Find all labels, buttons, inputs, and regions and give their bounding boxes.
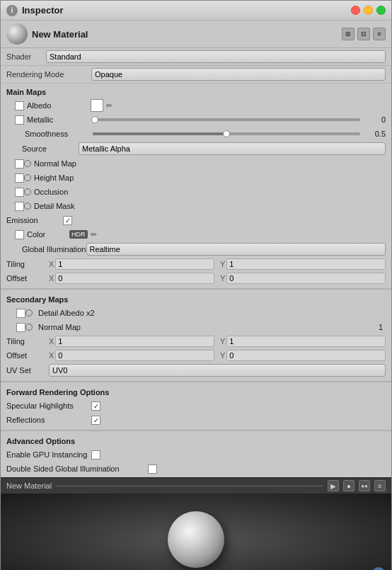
rendering-mode-row: Rendering Mode Opaque: [1, 66, 391, 84]
sec-offset-y-input[interactable]: [226, 350, 386, 361]
sec-offset-y-label: Y: [220, 351, 225, 360]
gi-dropdown[interactable]: Realtime: [86, 243, 386, 256]
sec-offset-x-label: X: [49, 351, 54, 360]
window-title: Inspector: [22, 5, 64, 16]
sec-tiling-y-label: Y: [220, 337, 225, 346]
offset-x-field: X Y: [49, 273, 386, 284]
double-sided-checkbox[interactable]: [148, 464, 157, 474]
preview-line: [56, 486, 323, 486]
albedo-preview[interactable]: [91, 99, 103, 112]
specular-row: Specular Highlights: [1, 399, 391, 413]
secondary-normal-label: Normal Map: [38, 323, 102, 331]
secondary-offset-row: Offset X Y: [1, 348, 391, 363]
source-dropdown[interactable]: Metallic Alpha: [79, 142, 386, 155]
offset-x-label: X: [49, 274, 54, 283]
info-corner-icon[interactable]: i: [371, 567, 386, 570]
secondary-maps-section: Secondary Maps Detail Albedo x2 Normal M…: [1, 291, 391, 380]
occlusion-checkbox[interactable]: [15, 188, 24, 197]
offset-x-input[interactable]: [55, 273, 214, 284]
title-bar-left: i Inspector: [6, 5, 64, 16]
rendering-mode-dropdown[interactable]: Opaque: [91, 68, 386, 81]
emission-checkbox[interactable]: [63, 216, 72, 225]
main-tiling-row: Tiling X Y: [1, 257, 391, 271]
sec-offset-label: Offset: [6, 351, 49, 360]
emission-label: Emission: [6, 216, 63, 224]
height-map-checkbox[interactable]: [15, 173, 24, 183]
height-map-row: Height Map: [1, 171, 391, 185]
preview-play-btn[interactable]: ▶: [328, 480, 339, 491]
menu-icon[interactable]: ≡: [373, 28, 386, 40]
title-bar: i Inspector: [1, 1, 391, 21]
occlusion-label: Occlusion: [34, 188, 98, 196]
preview-dots-btn[interactable]: ●●: [359, 480, 370, 491]
smoothness-fill: [93, 132, 226, 135]
normal-map-row: Normal Map: [1, 156, 391, 171]
detail-mask-circle-icon: [24, 203, 31, 210]
double-sided-row: Double Sided Global Illumination: [1, 462, 391, 476]
uv-set-row: UV Set UV0: [1, 363, 391, 378]
preview-circle-btn[interactable]: ●: [343, 480, 354, 491]
rendering-mode-label: Rendering Mode: [6, 70, 91, 79]
detail-albedo-checkbox[interactable]: [16, 309, 25, 318]
tiling-x-input[interactable]: [55, 258, 214, 270]
window-controls[interactable]: [351, 6, 386, 15]
color-checkbox[interactable]: [15, 230, 24, 239]
occlusion-row: Occlusion: [1, 185, 391, 199]
toolbar-icons: ⊞ ⊟ ≡: [342, 28, 386, 40]
occlusion-circle-icon: [24, 188, 31, 195]
detail-mask-checkbox[interactable]: [15, 202, 24, 211]
gpu-instancing-row: Enable GPU Instancing: [1, 448, 391, 462]
maximize-button[interactable]: [376, 6, 386, 15]
sec-offset-x-input[interactable]: [55, 350, 214, 361]
smoothness-value: 0.5: [364, 130, 386, 138]
close-button[interactable]: [351, 6, 360, 15]
sec-tiling-y-input[interactable]: [226, 336, 386, 347]
detail-albedo-row: Detail Albedo x2: [1, 306, 391, 320]
tiling-y-label: Y: [220, 260, 225, 268]
specular-label: Specular Highlights: [6, 401, 91, 410]
main-maps-section: Main Maps Albedo Metallic 0 Smoothness: [1, 84, 391, 287]
advanced-options-title: Advanced Options: [1, 435, 391, 448]
settings-icon[interactable]: ⊟: [357, 28, 370, 40]
metallic-slider[interactable]: [95, 118, 360, 121]
forward-advanced-divider: [1, 430, 391, 431]
offset-y-label: Y: [220, 274, 225, 283]
specular-checkbox[interactable]: [91, 401, 100, 411]
normal-map-circle-icon: [24, 160, 31, 167]
color-edit-icon[interactable]: [91, 230, 97, 239]
uv-set-dropdown[interactable]: UV0: [49, 364, 386, 377]
metallic-checkbox[interactable]: [15, 115, 24, 125]
secondary-normal-checkbox[interactable]: [16, 323, 25, 332]
info-icon: i: [6, 5, 18, 16]
smoothness-slider[interactable]: [93, 132, 360, 135]
shader-label: Shader: [6, 52, 42, 61]
open-prefab-icon[interactable]: ⊞: [342, 28, 354, 40]
detail-albedo-circle-icon: [25, 309, 33, 317]
height-map-circle-icon: [24, 174, 31, 181]
reflections-checkbox[interactable]: [91, 416, 100, 425]
preview-menu-btn[interactable]: ≡: [374, 480, 386, 491]
forward-rendering-title: Forward Rendering Options: [1, 387, 391, 399]
secondary-tiling-row: Tiling X Y: [1, 334, 391, 348]
sec-tiling-x-label: X: [49, 337, 54, 346]
secondary-maps-title: Secondary Maps: [1, 294, 391, 306]
offset-y-input[interactable]: [226, 273, 386, 284]
smoothness-thumb[interactable]: [223, 130, 230, 137]
minimize-button[interactable]: [364, 6, 373, 15]
hdr-badge: HDR: [69, 230, 88, 239]
normal-map-checkbox[interactable]: [15, 159, 24, 169]
gpu-instancing-checkbox[interactable]: [91, 450, 100, 460]
tiling-x-field: X Y: [49, 258, 386, 270]
detail-mask-row: Detail Mask: [1, 199, 391, 213]
preview-canvas: i: [1, 494, 391, 570]
albedo-edit-icon[interactable]: [106, 101, 113, 110]
main-secondary-divider: [1, 288, 391, 290]
sec-tiling-x-input[interactable]: [55, 336, 214, 347]
emission-row: Emission: [1, 213, 391, 227]
tiling-label: Tiling: [6, 260, 49, 268]
preview-sphere: [168, 511, 224, 568]
shader-dropdown[interactable]: Standard: [46, 50, 386, 63]
albedo-checkbox[interactable]: [15, 101, 24, 110]
metallic-thumb[interactable]: [91, 116, 98, 123]
tiling-y-input[interactable]: [226, 258, 386, 270]
